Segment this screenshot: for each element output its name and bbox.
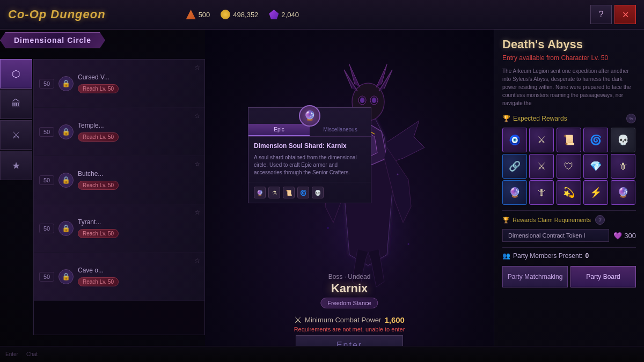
claim-help-badge[interactable]: ? — [595, 215, 605, 225]
boss-stance: Freedom Stance — [320, 298, 378, 308]
party-icon: 👥 — [502, 252, 510, 260]
dungeon-list: 50 🔒 Cursed V... Reach Lv. 50 ☆ 50 🔒 Tem… — [33, 59, 205, 335]
chat-hint: Chat — [26, 351, 38, 357]
dungeon-star-0: ☆ — [194, 64, 200, 71]
claim-amount: 💜 300 — [613, 232, 636, 240]
rewards-icon: 🏆 — [502, 115, 510, 122]
subtitle-bar: Dimensional Circle — [0, 29, 161, 51]
combat-power: ⚔ Minimum Combat Power 1,600 Requirement… — [294, 315, 405, 333]
sidebar-icons: ⬡ 🏛 ⚔ ★ — [0, 59, 32, 180]
svg-point-10 — [408, 243, 409, 245]
reward-item-0[interactable]: 🧿 — [502, 128, 527, 152]
tooltip-icon-4: 💀 — [312, 187, 324, 198]
party-members: 👥 Party Members Present: 0 — [502, 252, 636, 260]
window-controls: ? ✕ — [590, 5, 636, 24]
gold-value: 498,352 — [233, 11, 258, 19]
svg-point-6 — [372, 98, 376, 103]
currency-bar: 500 498,352 2,040 — [186, 10, 299, 19]
sidebar-item-dungeon[interactable]: ⬡ — [0, 59, 32, 88]
svg-point-5 — [360, 98, 364, 103]
claim-token-label: Dimensional Contract Token I — [502, 229, 609, 242]
enter-hint: Enter — [5, 351, 18, 357]
bottom-bar: Enter Chat — [0, 346, 644, 362]
party-count: 0 — [585, 252, 589, 260]
party-board-button[interactable]: Party Board — [570, 266, 636, 287]
reward-item-2[interactable]: 📜 — [557, 128, 581, 152]
boss-type: Boss · Undead — [320, 273, 378, 280]
rewards-grid: 🧿 ⚔ 📜 🌀 💀 🔗 ⚔ 🛡 💎 🗡 🔮 🗡 💫 ⚡ 🔮 — [502, 128, 636, 205]
currency-gem: 2,040 — [269, 10, 299, 19]
rewards-percent-badge[interactable]: % — [626, 114, 636, 123]
reward-item-13[interactable]: ⚡ — [583, 180, 608, 205]
settings-button[interactable]: ? — [590, 5, 612, 24]
reward-item-11[interactable]: 🗡 — [529, 180, 554, 205]
gem-currency-icon — [269, 10, 279, 19]
currency-gold: 498,352 — [221, 10, 258, 19]
top-bar: Co-Op Dungeon 500 498,352 2,040 ? ✕ — [0, 0, 644, 29]
dungeon-star-1: ☆ — [194, 112, 200, 120]
main-content: 🔮 Epic Miscellaneous Dimension Soul Shar… — [205, 29, 644, 362]
tooltip-item-name: Dimension Soul Shard: Karnix — [254, 142, 365, 150]
dungeon-item-3[interactable]: 50 🔒 Tyrant... Reach Lv. 50 ☆ — [34, 204, 204, 253]
combat-power-value: 1,600 — [384, 315, 405, 324]
dungeon-star-3: ☆ — [194, 209, 200, 216]
arrow-currency-icon — [186, 10, 196, 19]
svg-point-9 — [327, 227, 329, 229]
svg-point-8 — [397, 174, 399, 175]
tooltip-item-desc: A soul shard obtained from the dimension… — [254, 154, 365, 176]
boss-label: Boss · Undead Karnix Freedom Stance — [320, 273, 378, 308]
close-button[interactable]: ✕ — [614, 5, 636, 24]
reward-item-5[interactable]: 🔗 — [502, 154, 527, 179]
reward-item-1[interactable]: ⚔ — [529, 128, 554, 152]
tooltip-icon-0: 🔮 — [254, 187, 266, 198]
reward-item-6[interactable]: ⚔ — [529, 154, 554, 179]
reward-item-4[interactable]: 💀 — [611, 128, 635, 152]
rewards-title: 🏆 Expected Rewards — [502, 115, 567, 122]
tooltip-tab-epic[interactable]: Epic — [248, 124, 310, 136]
rewards-claim-header: 🏆 Rewards Claim Requirements ? — [502, 215, 636, 225]
boss-name: Karnix — [320, 282, 378, 295]
reward-item-10[interactable]: 🔮 — [502, 180, 527, 205]
reward-item-7[interactable]: 🛡 — [557, 154, 581, 179]
boss-area: 🔮 Epic Miscellaneous Dimension Soul Shar… — [205, 29, 494, 362]
dungeon-lore: The Arkeum Legion sent one expedition af… — [502, 67, 636, 107]
combat-power-label: Minimum Combat Power — [305, 316, 381, 324]
reward-item-14[interactable]: 🔮 — [611, 180, 635, 205]
rewards-header: 🏆 Expected Rewards % — [502, 114, 636, 123]
dungeon-item-1[interactable]: 50 🔒 Temple... Reach Lv. 50 ☆ — [34, 108, 204, 156]
tooltip-avatar: 🔮 — [299, 105, 320, 127]
divider-1 — [502, 210, 636, 211]
dungeon-item-2[interactable]: 50 🔒 Butche... Reach Lv. 50 ☆ — [34, 156, 204, 204]
gem-icon-small: 💜 — [613, 232, 622, 240]
tooltip-icon-row: 🔮 ⚗ 📜 🌀 💀 — [248, 182, 371, 203]
currency-arrows: 500 — [186, 10, 210, 19]
coin-currency-icon — [221, 10, 230, 19]
combat-power-warning: Requirements are not met, unable to ente… — [294, 326, 405, 333]
arrow-value: 500 — [199, 11, 210, 19]
party-matchmaking-button[interactable]: Party Matchmaking — [502, 266, 568, 287]
claim-icon: 🏆 — [502, 217, 510, 224]
dungeon-star-2: ☆ — [194, 160, 200, 168]
sidebar-item-area[interactable]: 🏛 — [0, 90, 32, 119]
sidebar-item-battle[interactable]: ⚔ — [0, 120, 32, 150]
dungeon-item-4[interactable]: 50 🔒 Cave o... Reach Lv. 50 ☆ — [34, 253, 204, 301]
party-buttons: Party Matchmaking Party Board — [502, 266, 636, 287]
tooltip-tab-misc[interactable]: Miscellaneous — [310, 124, 371, 136]
claim-row: Dimensional Contract Token I 💜 300 — [502, 229, 636, 242]
reward-item-8[interactable]: 💎 — [583, 154, 608, 179]
sidebar-item-favorites[interactable]: ★ — [0, 151, 32, 180]
gem-value: 2,040 — [281, 11, 299, 19]
tooltip-icon-2: 📜 — [283, 187, 295, 198]
divider-2 — [502, 247, 636, 248]
dungeon-title: Death's Abyss — [502, 38, 636, 51]
tooltip-icon-1: ⚗ — [268, 187, 280, 198]
dungeon-star-4: ☆ — [194, 257, 200, 264]
reward-item-3[interactable]: 🌀 — [583, 128, 608, 152]
rewards-claim-title: 🏆 Rewards Claim Requirements — [502, 217, 591, 224]
tooltip-icon-3: 🌀 — [297, 187, 309, 198]
dungeon-item-0[interactable]: 50 🔒 Cursed V... Reach Lv. 50 ☆ — [34, 60, 204, 108]
reward-item-12[interactable]: 💫 — [557, 180, 581, 205]
item-tooltip: 🔮 Epic Miscellaneous Dimension Soul Shar… — [248, 107, 371, 203]
right-panel: Death's Abyss Entry available from Chara… — [494, 29, 644, 362]
reward-item-9[interactable]: 🗡 — [611, 154, 635, 179]
